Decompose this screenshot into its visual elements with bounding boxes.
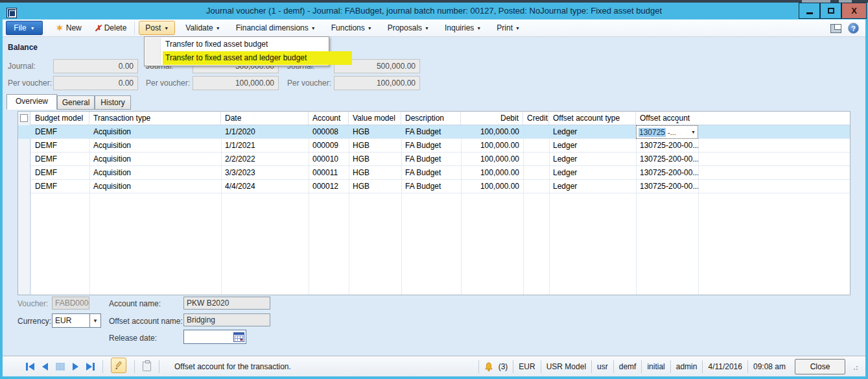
grid-cell[interactable]: 000009 — [309, 139, 349, 152]
grid-cell[interactable]: DEMF — [31, 139, 89, 152]
proposals-menu-button[interactable]: Proposals▼ — [384, 21, 433, 34]
validate-menu-button[interactable]: Validate▼ — [182, 21, 224, 34]
offset-account-edit-cell[interactable]: 130725 -... ▼ — [636, 125, 698, 139]
maximize-button[interactable] — [820, 3, 841, 19]
notification-bell-icon[interactable] — [484, 362, 493, 372]
grid-cell[interactable]: FA Budget — [401, 125, 461, 138]
grid-cell[interactable] — [523, 153, 549, 165]
grid-cell[interactable]: HGB — [349, 166, 401, 179]
layout-pane-icon[interactable] — [830, 24, 841, 33]
grid-cell[interactable]: DEMF — [31, 153, 89, 165]
previous-record-button[interactable] — [42, 363, 48, 371]
paste-icon[interactable] — [143, 361, 151, 371]
lookup-dropdown-icon[interactable]: ▼ — [691, 130, 696, 134]
grid-cell[interactable]: Acquisition — [89, 139, 221, 152]
grid-cell[interactable]: Ledger — [549, 166, 636, 179]
help-icon[interactable]: ? — [848, 23, 859, 34]
close-window-button[interactable]: X — [841, 3, 867, 19]
grid-cell[interactable]: 000011 — [309, 166, 349, 179]
grid-cell[interactable]: HGB — [349, 125, 401, 138]
grid-cell[interactable]: DEMF — [31, 166, 89, 179]
column-header-offset-account[interactable]: Offset account — [636, 112, 698, 125]
functions-menu-button[interactable]: Functions▼ — [327, 21, 376, 34]
menu-item-transfer-to-fixed-asset-and-ledger-budget[interactable]: Transfer to fixed asset and ledger budge… — [145, 51, 329, 65]
grid-cell[interactable]: Ledger — [549, 125, 636, 138]
table-row[interactable]: DEMF Acquisition 4/4/2024 000012 HGB FA … — [30, 180, 850, 193]
edit-mode-button[interactable] — [111, 358, 126, 373]
calendar-icon[interactable] — [233, 332, 244, 342]
tab-overview[interactable]: Overview — [6, 94, 57, 110]
tab-history[interactable]: History — [95, 95, 131, 110]
grid-cell[interactable] — [523, 166, 549, 179]
inquiries-menu-button[interactable]: Inquiries▼ — [441, 21, 485, 34]
file-menu-button[interactable]: File ▼ — [6, 21, 43, 35]
new-button[interactable]: ✶ New — [52, 21, 86, 34]
grid-cell[interactable]: HGB — [349, 180, 401, 193]
grid-cell[interactable]: 100,000.00 — [461, 153, 523, 165]
next-record-button[interactable] — [73, 363, 78, 371]
currency-select[interactable]: EUR ▼ — [52, 313, 101, 328]
release-date-field[interactable] — [183, 330, 246, 344]
table-row[interactable]: DEMF Acquisition 1/1/2020 000008 HGB FA … — [30, 125, 850, 139]
table-row[interactable]: DEMF Acquisition 2/2/2022 000010 HGB FA … — [30, 153, 850, 166]
grid-cell[interactable] — [523, 139, 549, 152]
grid-cell[interactable]: HGB — [349, 139, 401, 152]
grid-cell[interactable]: 2/2/2022 — [221, 153, 309, 165]
grid-cell[interactable]: Acquisition — [89, 125, 221, 138]
grid-cell[interactable]: FA Budget — [401, 153, 461, 165]
grid-cell[interactable]: 000010 — [309, 153, 349, 165]
column-header-value-model[interactable]: Value model — [349, 112, 401, 125]
chevron-down-icon[interactable]: ▼ — [89, 314, 100, 327]
column-header-debit[interactable]: Debit — [461, 112, 523, 125]
print-menu-button[interactable]: Print▼ — [493, 21, 524, 34]
grid-cell[interactable]: Acquisition — [89, 153, 221, 165]
grid-view-icon[interactable] — [56, 363, 65, 371]
grid-cell[interactable]: HGB — [349, 153, 401, 165]
column-header-date[interactable]: Date — [221, 112, 309, 125]
delete-button[interactable]: ✗ Delete — [91, 21, 131, 35]
select-all-checkbox[interactable] — [20, 114, 28, 122]
grid-cell[interactable]: 100,000.00 — [461, 125, 523, 138]
resize-grip[interactable] — [853, 364, 859, 370]
minimize-button[interactable] — [799, 3, 820, 19]
grid-cell[interactable]: 1/1/2020 — [221, 125, 309, 138]
grid-cell[interactable]: 100,000.00 — [461, 180, 523, 193]
column-header-credit[interactable]: Credit — [523, 112, 549, 125]
grid-cell[interactable]: 000008 — [309, 125, 349, 138]
grid-cell[interactable] — [523, 125, 549, 138]
column-header-transaction-type[interactable]: Transaction type — [89, 112, 221, 125]
table-row[interactable]: DEMF Acquisition 1/1/2021 000009 HGB FA … — [30, 139, 850, 153]
grid-cell[interactable]: DEMF — [31, 180, 89, 193]
grid-cell[interactable]: FA Budget — [401, 139, 461, 152]
financial-dimensions-menu-button[interactable]: Financial dimensions▼ — [232, 21, 320, 34]
column-header-offset-account-type[interactable]: Offset account type — [549, 112, 636, 125]
column-header-description[interactable]: Description — [401, 112, 461, 125]
grid-cell[interactable]: 130725-200-00... — [636, 166, 698, 179]
app-icon[interactable] — [6, 8, 17, 18]
menu-item-transfer-to-fixed-asset-budget[interactable]: Transfer to fixed asset budget — [145, 38, 329, 51]
notification-count[interactable]: (3) — [499, 362, 508, 371]
grid-cell[interactable]: FA Budget — [401, 166, 461, 179]
grid-cell[interactable]: Ledger — [549, 180, 636, 193]
grid-cell[interactable]: Acquisition — [89, 166, 221, 179]
grid-cell[interactable]: 4/4/2024 — [221, 180, 309, 193]
grid-cell[interactable]: Ledger — [549, 153, 636, 165]
grid-cell[interactable]: 130725-200-00... — [636, 139, 698, 152]
grid-cell[interactable]: DEMF — [31, 125, 89, 138]
grid-cell[interactable]: 100,000.00 — [461, 166, 523, 179]
post-menu-button[interactable]: Post ▼ — [139, 21, 175, 35]
close-button[interactable]: Close — [795, 359, 845, 374]
grid-cell[interactable]: FA Budget — [401, 180, 461, 193]
grid-cell[interactable]: 1/1/2021 — [221, 139, 309, 152]
column-header-budget-model[interactable]: Budget model — [31, 112, 89, 125]
grid-cell[interactable]: 000012 — [309, 180, 349, 193]
tab-general[interactable]: General — [57, 95, 95, 110]
grid-cell[interactable]: Ledger — [549, 139, 636, 152]
grid-cell[interactable]: 3/3/2023 — [221, 166, 309, 179]
grid-cell[interactable]: 100,000.00 — [461, 139, 523, 152]
last-record-button[interactable] — [86, 363, 95, 371]
grid-cell[interactable]: 130725-200-00... — [636, 180, 698, 193]
column-header-account[interactable]: Account — [309, 112, 349, 125]
grid-cell[interactable]: Acquisition — [89, 180, 221, 193]
table-row[interactable]: DEMF Acquisition 3/3/2023 000011 HGB FA … — [30, 166, 850, 180]
